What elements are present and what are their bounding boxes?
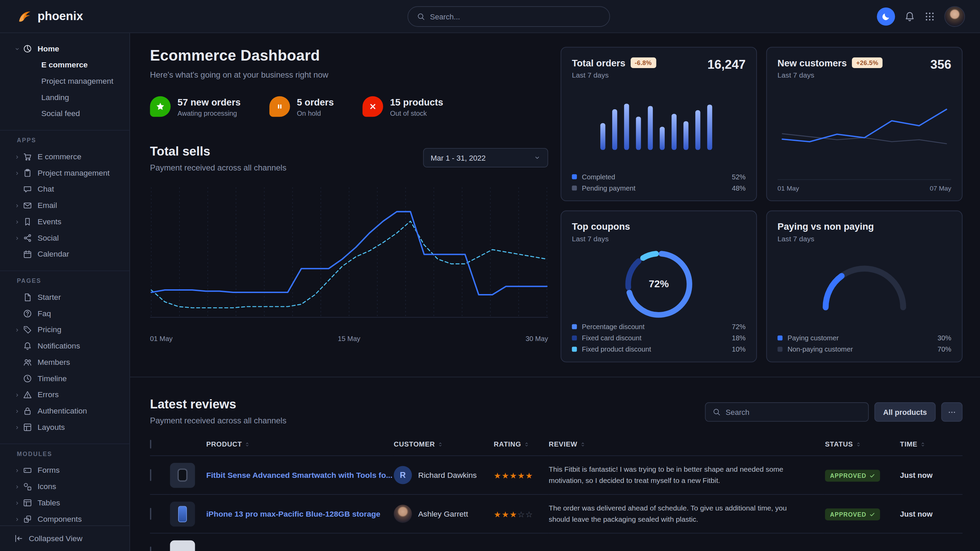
chevron-right-icon [14,327,20,333]
bell-icon[interactable] [904,11,915,22]
sidebar-item-notifications[interactable]: Notifications [0,338,129,354]
legend-row: Completed 52% [572,173,745,180]
pause-icon [275,102,284,111]
table-row-partial [150,533,963,551]
legend-row: Non-paying customer 70% [777,345,951,353]
customer-name: Richard Dawkins [418,471,477,480]
customer-avatar[interactable]: R [394,466,412,484]
product-thumbnail-phone[interactable] [170,501,195,526]
column-header-rating[interactable]: RATING [494,440,549,456]
card-title: New customers [777,57,847,68]
sidebar-item-email[interactable]: Email [0,197,129,214]
check-icon [869,473,875,478]
row-checkbox[interactable] [150,546,151,551]
components-icon [23,514,32,524]
reviews-search-input[interactable] [725,408,861,416]
chevron-right-icon [14,392,20,398]
sidebar-item-label: Social [37,233,59,242]
status-badge: APPROVED [825,469,880,481]
page-subtitle: Here's what's going on at your business … [150,70,548,79]
sidebar-item-layouts[interactable]: Layouts [0,419,129,436]
cart-icon [23,152,32,161]
legend-label: Completed [582,173,615,180]
column-header-product[interactable]: PRODUCT [170,440,394,456]
sidebar-item-social-feed[interactable]: Social feed [0,105,129,122]
reviews-search[interactable] [705,402,869,422]
stat-value: 57 new orders [177,97,240,107]
row-checkbox[interactable] [150,507,151,519]
global-search[interactable] [407,6,610,27]
new-customers-value: 356 [930,57,951,72]
brand[interactable]: phoenix [16,8,83,24]
column-header-customer[interactable]: CUSTOMER [394,440,494,456]
sidebar-item-errors[interactable]: Errors [0,387,129,403]
column-header-review[interactable]: REVIEW [549,440,825,456]
sort-icon [524,442,530,448]
x-icon [368,102,378,111]
sidebar-item-home[interactable]: Home [0,41,129,57]
sidebar-item-calendar[interactable]: Calendar [0,246,129,262]
ellipsis-icon [948,408,956,416]
sort-icon [920,442,926,448]
grid-9-icon[interactable] [924,11,935,22]
layout-icon [23,423,32,432]
card-title: Top coupons [572,221,630,232]
product-thumbnail-watch[interactable] [170,462,195,487]
sidebar-item-project-management-dashboard[interactable]: Project management [0,73,129,89]
product-link[interactable]: Fitbit Sense Advanced Smartwatch with To… [206,471,393,480]
sidebar-item-starter[interactable]: Starter [0,289,129,306]
main-content: Ecommerce Dashboard Here's what's going … [130,33,980,551]
legend-label: Fixed product discount [582,345,651,353]
sidebar-item-social[interactable]: Social [0,230,129,246]
stat-caption: Awating processing [177,109,240,116]
sidebar-item-components[interactable]: Components [0,511,129,527]
sidebar-item-ecommerce-dashboard[interactable]: E commerce [0,57,129,73]
all-products-button[interactable]: All products [875,402,936,422]
moon-icon [881,12,891,21]
sidebar-item-forms[interactable]: Forms [0,462,129,478]
card-period: Last 7 days [572,71,656,79]
alert-triangle-icon [23,391,32,399]
more-options-button[interactable] [941,402,962,422]
reviews-controls: All products [705,402,962,422]
bell-icon [23,342,32,351]
user-avatar[interactable] [944,6,965,27]
card-title: Paying vs non paying [777,221,874,232]
top-navbar: phoenix [0,0,980,33]
stat-value: 5 orders [297,97,334,107]
sidebar-item-label: Chat [37,185,54,194]
product-link[interactable]: iPhone 13 pro max-Pacific Blue-128GB sto… [206,510,380,518]
sidebar-item-ecommerce[interactable]: E commerce [0,149,129,165]
collapsed-view-button[interactable]: Collapsed View [0,526,129,551]
question-circle-icon [23,310,32,318]
sidebar-item-landing[interactable]: Landing [0,89,129,105]
sidebar-item-pricing[interactable]: Pricing [0,322,129,338]
product-thumbnail[interactable] [170,540,195,551]
sidebar-item-members[interactable]: Members [0,354,129,371]
date-range-select[interactable]: Mar 1 - 31, 2022 [423,148,548,167]
reviews-table: PRODUCT CUSTOMER RATING REVIEW STATUS TI… [150,440,963,551]
sidebar-item-project-management[interactable]: Project management [0,165,129,181]
legend-label: Percentage discount [582,323,644,330]
global-search-input[interactable] [430,12,601,21]
customer-avatar[interactable] [394,505,412,523]
sort-icon [438,442,443,448]
row-checkbox[interactable] [150,469,151,481]
sidebar-item-tables[interactable]: Tables [0,495,129,511]
sidebar-item-chat[interactable]: Chat [0,181,129,197]
sidebar-item-label: Starter [37,293,61,302]
theme-toggle-button[interactable] [877,8,895,25]
column-header-time[interactable]: TIME [900,440,963,456]
sidebar-item-events[interactable]: Events [0,214,129,230]
select-all-checkbox[interactable] [150,440,151,449]
stat-new-orders: 57 new orders Awating processing [150,96,241,117]
column-header-status[interactable]: STATUS [825,440,900,456]
sidebar-item-faq[interactable]: Faq [0,306,129,322]
sidebar: Home E commerce Project management Landi… [0,33,130,551]
sidebar-item-timeline[interactable]: Timeline [0,370,129,387]
stat-caption: Out of stock [390,109,443,116]
sidebar-item-icons[interactable]: Icons [0,478,129,495]
brand-name: phoenix [37,10,83,23]
legend-row: Fixed card discount 18% [572,334,745,342]
sidebar-item-authentication[interactable]: Authentication [0,403,129,419]
